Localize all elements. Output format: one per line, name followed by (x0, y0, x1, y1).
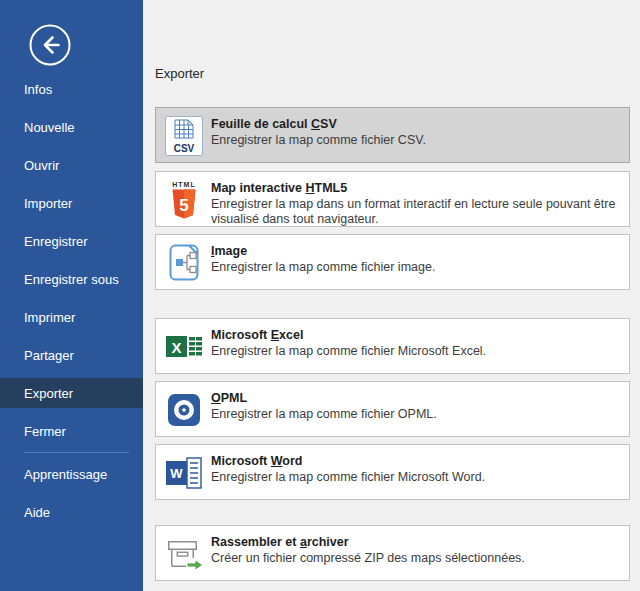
sidebar-item-fermer[interactable]: Fermer (0, 412, 143, 450)
archive-box-icon (164, 533, 204, 575)
export-panel: Exporter CSV Feuille de calcul CSV Enreg… (143, 0, 640, 591)
back-arrow-icon (28, 23, 72, 67)
sidebar-item-imprimer[interactable]: Imprimer (0, 298, 143, 336)
excel-icon: X (164, 326, 204, 368)
sidebar-item-infos[interactable]: Infos (0, 70, 143, 108)
svg-text:X: X (171, 339, 181, 356)
sidebar-item-nouvelle[interactable]: Nouvelle (0, 108, 143, 146)
image-file-icon (164, 242, 204, 284)
back-button[interactable] (28, 23, 72, 67)
sidebar-item-aide[interactable]: Aide (0, 493, 143, 531)
export-option-excel[interactable]: X Microsoft Excel Enregistrer la map com… (155, 318, 630, 374)
html5-icon: HTML 5 (164, 179, 204, 221)
export-option-title: Feuille de calcul CSV (211, 116, 426, 132)
sidebar-item-partager[interactable]: Partager (0, 336, 143, 374)
export-option-desc: Enregistrer la map comme fichier Microso… (211, 470, 485, 485)
sidebar-item-exporter[interactable]: Exporter (0, 378, 143, 408)
sidebar-item-apprentissage[interactable]: Apprentissage (0, 455, 143, 493)
export-option-archive[interactable]: Rassembler et archiver Créer un fichier … (155, 525, 630, 581)
opml-target-icon (164, 389, 204, 431)
export-option-title: Rassembler et archiver (211, 534, 525, 550)
export-option-title: Microsoft Word (211, 453, 485, 469)
backstage-sidebar: Infos Nouvelle Ouvrir Importer Enregistr… (0, 0, 143, 591)
export-option-desc: Enregistrer la map comme fichier CSV. (211, 133, 426, 148)
export-option-word[interactable]: W Microsoft Word Enregistrer la map comm… (155, 444, 630, 500)
export-option-title: Image (211, 243, 435, 259)
sidebar-item-enregistrer-sous[interactable]: Enregistrer sous (0, 260, 143, 298)
export-option-desc: Créer un fichier compressé ZIP des maps … (211, 551, 525, 566)
export-option-csv[interactable]: CSV Feuille de calcul CSV Enregistrer la… (155, 107, 630, 163)
export-option-desc: Enregistrer la map comme fichier image. (211, 260, 435, 275)
sidebar-separator (24, 452, 129, 453)
svg-text:W: W (170, 466, 183, 481)
export-option-title: Microsoft Excel (211, 327, 486, 343)
sidebar-item-ouvrir[interactable]: Ouvrir (0, 146, 143, 184)
svg-text:HTML: HTML (172, 181, 195, 188)
page-title: Exporter (155, 66, 640, 81)
backstage-view: Infos Nouvelle Ouvrir Importer Enregistr… (0, 0, 640, 591)
export-option-title: OPML (211, 390, 437, 406)
export-option-desc: Enregistrer la map comme fichier OPML. (211, 407, 437, 422)
export-option-desc: Enregistrer la map dans un format intera… (211, 197, 623, 227)
word-icon: W (164, 452, 204, 494)
export-option-image[interactable]: Image Enregistrer la map comme fichier i… (155, 234, 630, 290)
export-option-opml[interactable]: OPML Enregistrer la map comme fichier OP… (155, 381, 630, 437)
sidebar-menu: Infos Nouvelle Ouvrir Importer Enregistr… (0, 70, 143, 531)
sidebar-item-enregistrer[interactable]: Enregistrer (0, 222, 143, 260)
sidebar-item-importer[interactable]: Importer (0, 184, 143, 222)
export-option-title: Map interactive HTML5 (211, 180, 623, 196)
export-option-html5[interactable]: HTML 5 Map interactive HTML5 Enregistrer… (155, 171, 630, 227)
svg-text:CSV: CSV (174, 143, 195, 154)
svg-text:5: 5 (179, 196, 188, 215)
export-option-desc: Enregistrer la map comme fichier Microso… (211, 344, 486, 359)
csv-spreadsheet-icon: CSV (164, 115, 204, 157)
